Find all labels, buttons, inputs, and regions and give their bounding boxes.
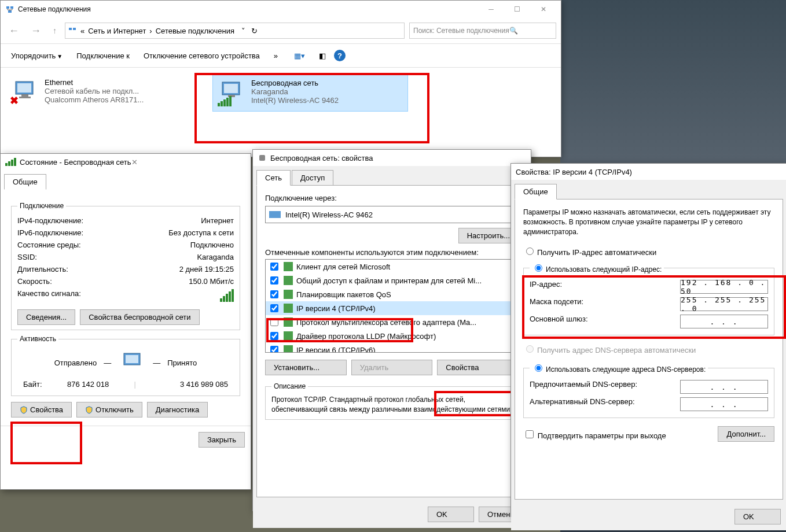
- component-item[interactable]: Планировщик пакетов QoS: [266, 287, 518, 301]
- close-button[interactable]: ✕: [530, 1, 556, 18]
- svg-rect-7: [21, 94, 28, 97]
- radio-ip-auto[interactable]: [526, 247, 534, 255]
- details-button[interactable]: Сведения...: [17, 309, 75, 325]
- duration-label: Длительность:: [17, 265, 68, 274]
- adapter-props-title: Беспроводная сеть: свойства: [270, 154, 373, 162]
- speed-value: 150.0 Мбит/с: [189, 277, 234, 286]
- help-icon[interactable]: ?: [334, 50, 346, 61]
- ipv4-info: Параметры IP можно назначать автоматичес…: [523, 208, 774, 237]
- component-label: IP версии 4 (TCP/IPv4): [296, 304, 376, 313]
- install-button[interactable]: Установить...: [265, 360, 347, 375]
- preview-pane-button[interactable]: ◧: [313, 51, 332, 60]
- view-icons-button[interactable]: ▦▾: [288, 51, 311, 60]
- close-icon[interactable]: ✕: [131, 158, 138, 167]
- up-button[interactable]: ↑: [49, 26, 60, 35]
- ipv4-label: IPv4-подключение:: [17, 216, 83, 225]
- ok-button[interactable]: OK: [734, 509, 781, 524]
- tab-access[interactable]: Доступ: [292, 170, 333, 186]
- svg-rect-15: [269, 211, 281, 218]
- ethernet-icon: ✖: [11, 78, 39, 106]
- radio-dns-auto-label: Получить адрес DNS-сервера автоматически: [537, 346, 696, 354]
- radio-dns-manual[interactable]: [535, 364, 542, 372]
- ipv6-value: Без доступа к сети: [168, 228, 234, 237]
- ipv4-title: Свойства: IP версии 4 (TCP/IPv4): [516, 168, 632, 176]
- group-activity-title: Активность: [17, 335, 58, 343]
- adapter-props-titlebar[interactable]: Беспроводная сеть: свойства: [253, 150, 531, 166]
- adapter-name: Intel(R) Wireless-AC 9462: [285, 210, 373, 219]
- remove-button[interactable]: Удалить: [351, 360, 433, 375]
- forward-button[interactable]: →: [27, 25, 45, 37]
- component-checkbox[interactable]: [270, 290, 278, 298]
- back-button[interactable]: ←: [5, 25, 23, 37]
- signal-label: Качество сигнала:: [17, 289, 81, 302]
- minimize-button[interactable]: ─: [478, 1, 504, 18]
- highlight-wifi-connection: [194, 73, 429, 143]
- radio-ip-manual[interactable]: [535, 264, 542, 272]
- group-connection-title: Подключение: [17, 202, 66, 210]
- highlight-ip-fields: [522, 275, 786, 339]
- component-item[interactable]: Общий доступ к файлам и принтерам для се…: [266, 274, 518, 287]
- address-bar[interactable]: « Сеть и Интернет › Сетевые подключения …: [65, 23, 405, 39]
- search-icon[interactable]: 🔍: [509, 27, 518, 35]
- disable-device-menu[interactable]: Отключение сетевого устройства: [138, 48, 266, 64]
- recv-label: Принято: [167, 359, 197, 367]
- component-checkbox[interactable]: [270, 263, 278, 271]
- addr-dropdown-icon[interactable]: ˅: [241, 27, 245, 35]
- component-item[interactable]: Клиент для сетей Microsoft: [266, 260, 518, 274]
- svg-rect-3: [69, 28, 72, 30]
- explorer-titlebar[interactable]: Сетевые подключения ─ ☐ ✕: [1, 1, 561, 18]
- bytes-label: Байт:: [23, 380, 42, 389]
- adapter-field: Intel(R) Wireless-AC 9462: [265, 206, 519, 223]
- close-button[interactable]: Закрыть: [199, 432, 245, 448]
- more-commands[interactable]: »: [268, 48, 284, 64]
- shield-icon: [20, 406, 28, 414]
- disable-button[interactable]: Отключить: [76, 402, 142, 418]
- diagnose-button[interactable]: Диагностика: [147, 402, 208, 418]
- breadcrumb-root[interactable]: Сеть и Интернет: [88, 27, 146, 35]
- component-checkbox[interactable]: [270, 276, 278, 285]
- validate-checkbox-row[interactable]: Подтвердить параметры при выходе: [523, 428, 666, 440]
- bytes-sent: 876 142 018: [42, 380, 134, 389]
- maximize-button[interactable]: ☐: [504, 1, 530, 18]
- validate-checkbox[interactable]: [526, 430, 534, 438]
- protocol-icon: [284, 290, 293, 299]
- svg-rect-6: [17, 83, 31, 93]
- ipv4-titlebar[interactable]: Свойства: IP версии 4 (TCP/IPv4): [511, 164, 786, 180]
- status-titlebar[interactable]: Состояние - Беспроводная сеть ✕: [1, 154, 251, 170]
- group-manual-dns: Использовать следующие адреса DNS-сервер…: [523, 363, 774, 418]
- tab-general[interactable]: Общие: [515, 184, 557, 200]
- wireless-props-button[interactable]: Свойства беспроводной сети: [80, 309, 199, 325]
- protocol-icon: [284, 345, 293, 353]
- component-checkbox[interactable]: [270, 346, 278, 353]
- ssid-value: Karaganda: [197, 253, 234, 261]
- components-label: Отмеченные компоненты используются этим …: [265, 248, 519, 257]
- media-label: Состояние среды:: [17, 241, 81, 249]
- radio-ip-manual-label: Использовать следующий IP-адрес:: [546, 265, 662, 274]
- connect-to-menu[interactable]: Подключение к: [71, 48, 135, 64]
- tab-network[interactable]: Сеть: [256, 170, 291, 186]
- component-checkbox[interactable]: [270, 304, 278, 312]
- tab-general[interactable]: Общие: [4, 174, 46, 190]
- svg-rect-1: [10, 6, 13, 9]
- configure-button[interactable]: Настроить...: [458, 228, 519, 243]
- activity-icon: [118, 351, 146, 374]
- component-item[interactable]: IP версии 6 (TCP/IPv6): [266, 343, 518, 353]
- ok-button[interactable]: OK: [428, 507, 474, 522]
- svg-rect-0: [6, 6, 9, 9]
- validate-label: Подтвердить параметры при выходе: [538, 431, 666, 440]
- dns2-label: Альтернативный DNS-сервер:: [530, 397, 635, 411]
- connection-ethernet[interactable]: ✖ Ethernet Сетевой кабель не подкл... Qu…: [6, 73, 201, 112]
- item-properties-button[interactable]: Свойства: [437, 360, 519, 375]
- advanced-button[interactable]: Дополнит...: [718, 426, 774, 442]
- breadcrumb-leaf[interactable]: Сетевые подключения: [156, 27, 234, 35]
- dns2-field[interactable]: . . .: [680, 397, 768, 411]
- highlight-properties-button: [10, 422, 82, 464]
- protocol-icon: [284, 276, 293, 285]
- address-bar-row: ← → ↑ « Сеть и Интернет › Сетевые подклю…: [1, 18, 561, 43]
- search-input[interactable]: Поиск: Сетевые подключения 🔍: [409, 23, 556, 39]
- dns1-field[interactable]: . . .: [680, 380, 768, 394]
- organize-menu[interactable]: Упорядочить▼: [5, 48, 68, 64]
- refresh-icon[interactable]: ↻: [251, 27, 258, 35]
- properties-button[interactable]: Свойства: [11, 402, 72, 418]
- component-item[interactable]: IP версии 4 (TCP/IPv4): [266, 301, 518, 315]
